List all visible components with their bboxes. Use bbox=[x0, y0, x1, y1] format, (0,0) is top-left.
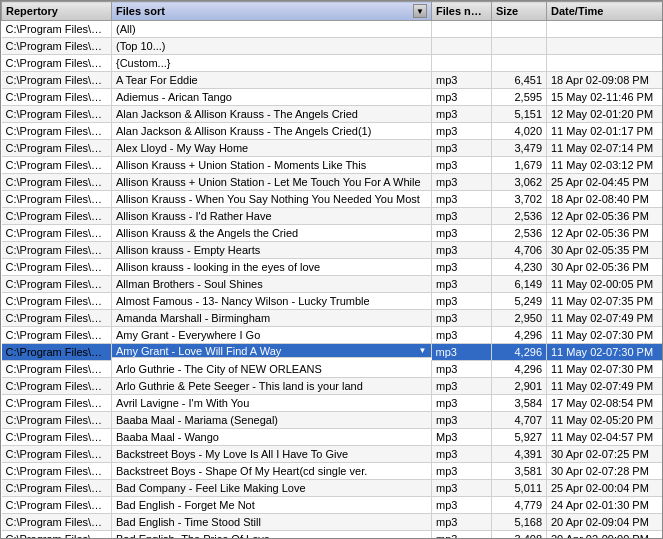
cell-repertory: C:\Program Files\KaZaA\Music\ bbox=[2, 276, 112, 293]
table-row[interactable]: C:\Program Files\KaZaA\Music\Allman Brot… bbox=[2, 276, 664, 293]
table-row[interactable]: C:\Program Files\KaZaA\Music\Allison Kra… bbox=[2, 174, 664, 191]
cell-filename: Allison krauss - looking in the eyes of … bbox=[112, 259, 432, 276]
cell-size: 4,391 bbox=[492, 446, 547, 463]
cell-datetime: 20 Apr 02-09:00 PM bbox=[547, 531, 664, 540]
cell-datetime: 11 May 02-07:30 PM bbox=[547, 344, 664, 361]
table-row[interactable]: C:\Program Files\KaZaA\Music\Baaba Maal … bbox=[2, 429, 664, 446]
table-row[interactable]: C:\Program Files\KaZaA\Music\Bad English… bbox=[2, 531, 664, 540]
cell-repertory: C:\Program Files\KaZaA\Music\ bbox=[2, 361, 112, 378]
table-row[interactable]: C:\Program Files\KaZaA\Music\Bad English… bbox=[2, 514, 664, 531]
cell-datetime: 30 Apr 02-05:35 PM bbox=[547, 242, 664, 259]
cell-filename: Backstreet Boys - Shape Of My Heart(cd s… bbox=[112, 463, 432, 480]
cell-datetime: 18 Apr 02-08:40 PM bbox=[547, 191, 664, 208]
cell-repertory: C:\Program Files\KaZaA\Music\ bbox=[2, 480, 112, 497]
table-row[interactable]: C:\Program Files\KaZaA\Music\Backstreet … bbox=[2, 446, 664, 463]
table-row[interactable]: C:\Program Files\KaZaA\Music\Allison kra… bbox=[2, 242, 664, 259]
cell-filename: Allison Krauss - When You Say Nothing Yo… bbox=[112, 191, 432, 208]
table-row[interactable]: C:\Program Files\KaZaA\Music\Arlo Guthri… bbox=[2, 361, 664, 378]
table-row[interactable]: C:\Program Files\KaZaA\Music\Alex Lloyd … bbox=[2, 140, 664, 157]
cell-extension: mp3 bbox=[432, 480, 492, 497]
table-row[interactable]: C:\Program Files\KaZaA\Music\(Top 10...) bbox=[2, 38, 664, 55]
cell-size: 4,230 bbox=[492, 259, 547, 276]
cell-datetime: 11 May 02-07:49 PM bbox=[547, 378, 664, 395]
cell-extension: mp3 bbox=[432, 157, 492, 174]
table-row[interactable]: C:\Program Files\KaZaA\Music\(All) bbox=[2, 21, 664, 38]
table-row[interactable]: C:\Program Files\KaZaA\Music\Amanda Mars… bbox=[2, 310, 664, 327]
table-row[interactable]: C:\Program Files\KaZaA\Music\Amy Grant -… bbox=[2, 344, 664, 361]
cell-repertory: C:\Program Files\KaZaA\Music\ bbox=[2, 395, 112, 412]
cell-extension: mp3 bbox=[432, 531, 492, 540]
table-row[interactable]: C:\Program Files\KaZaA\Music\Allison Kra… bbox=[2, 208, 664, 225]
cell-datetime bbox=[547, 55, 664, 72]
table-row[interactable]: C:\Program Files\KaZaA\Music\Amy Grant -… bbox=[2, 327, 664, 344]
cell-size: 6,149 bbox=[492, 276, 547, 293]
table-row[interactable]: C:\Program Files\KaZaA\Music\Allison Kra… bbox=[2, 225, 664, 242]
cell-repertory: C:\Program Files\KaZaA\Music\ bbox=[2, 191, 112, 208]
table-row[interactable]: C:\Program Files\KaZaA\Music\Alan Jackso… bbox=[2, 106, 664, 123]
cell-extension: mp3 bbox=[432, 191, 492, 208]
table-row[interactable]: C:\Program Files\KaZaA\Music\Alan Jackso… bbox=[2, 123, 664, 140]
cell-extension: mp3 bbox=[432, 106, 492, 123]
cell-datetime: 11 May 02-00:05 PM bbox=[547, 276, 664, 293]
files-sort-dropdown-btn[interactable]: ▼ bbox=[413, 4, 427, 18]
cell-datetime: 18 Apr 02-09:08 PM bbox=[547, 72, 664, 89]
cell-size: 4,707 bbox=[492, 412, 547, 429]
col-header-size[interactable]: Size bbox=[492, 2, 547, 21]
cell-repertory: C:\Program Files\KaZaA\Music\ bbox=[2, 123, 112, 140]
cell-datetime: 25 Apr 02-00:04 PM bbox=[547, 480, 664, 497]
cell-datetime: 20 Apr 02-09:04 PM bbox=[547, 514, 664, 531]
cell-extension: mp3 bbox=[432, 497, 492, 514]
cell-filename: Arlo Guthrie - The City of NEW ORLEANS bbox=[112, 361, 432, 378]
cell-size bbox=[492, 55, 547, 72]
table-row[interactable]: C:\Program Files\KaZaA\Music\{Custom...} bbox=[2, 55, 664, 72]
cell-extension: mp3 bbox=[432, 446, 492, 463]
cell-size: 4,296 bbox=[492, 344, 547, 361]
cell-filename: Amy Grant - Everywhere I Go bbox=[112, 327, 432, 344]
cell-datetime: 11 May 02-04:57 PM bbox=[547, 429, 664, 446]
row-dropdown-arrow[interactable]: ▼ bbox=[419, 344, 427, 358]
table-row[interactable]: C:\Program Files\KaZaA\Music\Baaba Maal … bbox=[2, 412, 664, 429]
main-table-container: Repertory Files sort ▼ Files name Size D… bbox=[0, 0, 663, 539]
cell-repertory: C:\Program Files\KaZaA\Music\ bbox=[2, 310, 112, 327]
cell-repertory: C:\Program Files\KaZaA\Music\ bbox=[2, 106, 112, 123]
cell-extension: mp3 bbox=[432, 293, 492, 310]
cell-size: 4,296 bbox=[492, 327, 547, 344]
cell-datetime bbox=[547, 38, 664, 55]
cell-filename: Almost Famous - 13- Nancy Wilson - Lucky… bbox=[112, 293, 432, 310]
cell-datetime: 24 Apr 02-01:30 PM bbox=[547, 497, 664, 514]
cell-datetime: 30 Apr 02-07:25 PM bbox=[547, 446, 664, 463]
table-row[interactable]: C:\Program Files\KaZaA\Music\Bad Company… bbox=[2, 480, 664, 497]
cell-size: 2,595 bbox=[492, 89, 547, 106]
cell-size: 2,536 bbox=[492, 225, 547, 242]
table-row[interactable]: C:\Program Files\KaZaA\Music\Allison Kra… bbox=[2, 157, 664, 174]
cell-size bbox=[492, 21, 547, 38]
cell-repertory: C:\Program Files\KaZaA\Music\ bbox=[2, 446, 112, 463]
table-row[interactable]: C:\Program Files\KaZaA\Music\Bad English… bbox=[2, 497, 664, 514]
col-header-repertory[interactable]: Repertory bbox=[2, 2, 112, 21]
table-row[interactable]: C:\Program Files\KaZaA\Music\Arlo Guthri… bbox=[2, 378, 664, 395]
cell-size bbox=[492, 38, 547, 55]
cell-size: 4,020 bbox=[492, 123, 547, 140]
cell-filename: (Top 10...) bbox=[112, 38, 432, 55]
cell-extension: mp3 bbox=[432, 174, 492, 191]
table-row[interactable]: C:\Program Files\KaZaA\Music\Almost Famo… bbox=[2, 293, 664, 310]
table-row[interactable]: C:\Program Files\KaZaA\Music\Allison Kra… bbox=[2, 191, 664, 208]
cell-size: 3,584 bbox=[492, 395, 547, 412]
col-header-files-sort[interactable]: Files sort ▼ bbox=[112, 2, 432, 21]
table-row[interactable]: C:\Program Files\KaZaA\Music\Allison kra… bbox=[2, 259, 664, 276]
table-row[interactable]: C:\Program Files\KaZaA\Music\Backstreet … bbox=[2, 463, 664, 480]
col-header-files-name[interactable]: Files name bbox=[432, 2, 492, 21]
table-row[interactable]: C:\Program Files\KaZaA\Music\A Tear For … bbox=[2, 72, 664, 89]
table-row[interactable]: C:\Program Files\KaZaA\Music\Adiemus - A… bbox=[2, 89, 664, 106]
cell-datetime: 11 May 02-07:30 PM bbox=[547, 361, 664, 378]
cell-repertory: C:\Program Files\KaZaA\Music\ bbox=[2, 89, 112, 106]
col-header-size-label: Size bbox=[496, 5, 518, 17]
cell-filename: Amanda Marshall - Birmingham bbox=[112, 310, 432, 327]
table-row[interactable]: C:\Program Files\KaZaA\Music\Avril Lavig… bbox=[2, 395, 664, 412]
cell-extension: mp3 bbox=[432, 259, 492, 276]
cell-filename: Alex Lloyd - My Way Home bbox=[112, 140, 432, 157]
cell-extension bbox=[432, 38, 492, 55]
cell-filename: Allison Krauss - I'd Rather Have bbox=[112, 208, 432, 225]
col-header-datetime[interactable]: Date/Time bbox=[547, 2, 664, 21]
cell-repertory: C:\Program Files\KaZaA\Music\ bbox=[2, 463, 112, 480]
